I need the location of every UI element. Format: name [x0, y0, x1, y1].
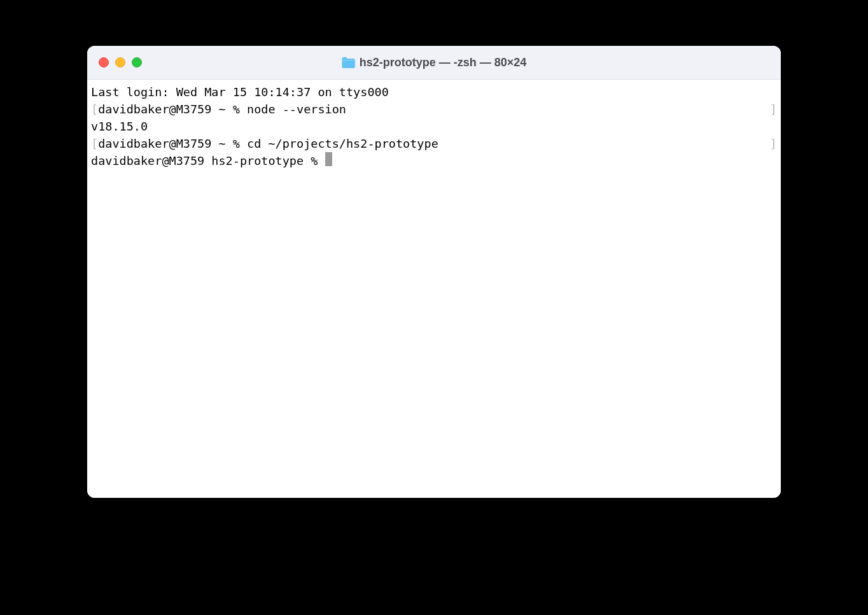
prompt-text: davidbaker@M3759 ~ % [98, 101, 247, 118]
terminal-line: [davidbaker@M3759 ~ % cd ~/projects/hs2-… [91, 135, 777, 152]
window-title: hs2-prototype — -zsh — 80×24 [342, 56, 527, 69]
terminal-line: Last login: Wed Mar 15 10:14:37 on ttys0… [91, 83, 777, 101]
window-titlebar[interactable]: hs2-prototype — -zsh — 80×24 [87, 46, 781, 80]
prompt-text: davidbaker@M3759 ~ % [98, 135, 247, 152]
command-text: cd ~/projects/hs2-prototype [247, 135, 438, 152]
prompt-bracket-right: ] [770, 101, 777, 118]
terminal-line: [davidbaker@M3759 ~ % node --version] [91, 101, 777, 118]
prompt-bracket-right: ] [770, 135, 777, 152]
cursor [325, 152, 332, 166]
terminal-content[interactable]: Last login: Wed Mar 15 10:14:37 on ttys0… [87, 80, 781, 498]
terminal-line: davidbaker@M3759 hs2-prototype % [91, 152, 777, 169]
prompt-bracket-left: [ [91, 101, 98, 118]
minimize-button[interactable] [115, 57, 125, 67]
close-button[interactable] [99, 57, 109, 67]
terminal-window: hs2-prototype — -zsh — 80×24 Last login:… [87, 46, 781, 498]
output-text: v18.15.0 [91, 118, 148, 135]
command-text: node --version [247, 101, 346, 118]
traffic-lights [99, 57, 142, 67]
folder-icon [342, 57, 356, 68]
prompt-text: davidbaker@M3759 hs2-prototype % [91, 152, 325, 169]
maximize-button[interactable] [132, 57, 142, 67]
prompt-bracket-left: [ [91, 135, 98, 152]
window-title-text: hs2-prototype — -zsh — 80×24 [360, 56, 527, 69]
terminal-line: v18.15.0 [91, 118, 777, 135]
last-login-text: Last login: Wed Mar 15 10:14:37 on ttys0… [91, 83, 389, 101]
